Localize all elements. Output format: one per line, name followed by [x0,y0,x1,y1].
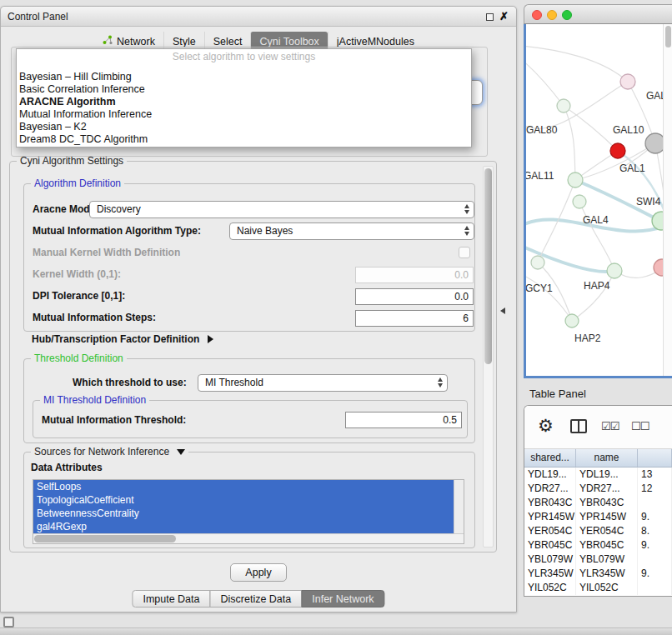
column-header-2[interactable] [638,449,672,467]
splitter-collapse-icon[interactable] [500,308,505,314]
node-red[interactable] [610,143,625,158]
network-edge[interactable] [526,274,572,321]
table-cell: YBR043C [524,496,576,510]
table-cell: 9. [638,567,672,581]
bottom-tab-impute-data[interactable]: Impute Data [132,590,210,608]
node-gcy1[interactable] [531,256,544,269]
attributes-horizontal-scrollbar[interactable] [33,533,464,543]
network-canvas[interactable]: GALGAL80GAL10GAL11GAL1SWI4GAL4GCY1HAP4HA… [524,24,672,378]
attribute-item-gal4rgexp[interactable]: gal4RGexp [33,520,454,533]
node-gal10[interactable] [645,133,663,153]
table-cell: YPR145W [524,510,576,524]
scrollbar-thumb[interactable] [484,168,492,364]
column-header-shared[interactable]: shared... [524,449,576,467]
attribute-item-betweennesscentrality[interactable]: BetweennessCentrality [33,507,454,520]
table-row[interactable]: YDL19...YDL19...13 [524,468,672,482]
sources-group-toggle[interactable]: Sources for Network Inference [31,446,188,458]
mi-type-label: Mutual Information Algorithm Type: [33,222,201,240]
scrollbar-thumb[interactable] [665,26,671,48]
dpi-tolerance-field[interactable]: 0.0 [355,288,474,305]
table-row[interactable]: YBR043CYBR043C [524,496,672,510]
table-row[interactable]: YIL052CYIL052C [524,581,672,595]
node-swi4[interactable] [652,212,663,230]
node-gal11[interactable] [568,172,583,188]
attributes-vertical-scrollbar[interactable] [454,480,464,535]
node-label-hap2: HAP2 [574,332,601,344]
apply-button[interactable]: Apply [230,563,287,582]
combo-arrows-icon [464,204,469,214]
close-icon[interactable]: ✗ [499,10,509,22]
node-gal80[interactable] [557,99,570,112]
algorithm-option-basic-correlation-inference[interactable]: Basic Correlation Inference [17,83,471,96]
table-cell: YBR045C [576,538,638,552]
attribute-item-topologicalcoefficient[interactable]: TopologicalCoefficient [33,493,454,507]
mi-steps-field[interactable]: 6 [355,310,474,327]
table-cell: YPR145W [576,510,638,524]
scrollbar-thumb[interactable] [34,535,176,542]
network-graph[interactable]: GALGAL80GAL10GAL11GAL1SWI4GAL4GCY1HAP4HA… [526,24,663,376]
column-header-name[interactable]: name [576,449,638,467]
table-cell: YBR043C [576,496,638,510]
node-label-gal10: GAL10 [613,124,644,136]
node-hap2[interactable] [565,314,579,328]
node-label-swi4: SWI4 [636,196,661,208]
table-cell: YIL052C [524,581,576,595]
table-row[interactable]: YBL079WYBL079W [524,552,672,567]
close-traffic-light[interactable] [532,10,542,20]
hub-section-toggle[interactable]: Hub/Transcription Factor Definition [32,333,213,345]
aracne-mode-select[interactable]: Discovery [89,201,474,218]
table-cell [638,581,672,595]
network-edge[interactable] [572,271,614,321]
mi-type-select[interactable]: Naive Bayes [229,222,474,240]
minimize-traffic-light[interactable] [547,10,557,20]
column-selector-icon[interactable] [570,419,587,433]
attribute-item-selfloops[interactable]: SelfLoops [33,480,454,493]
network-edge[interactable] [579,202,614,271]
zoom-traffic-light[interactable] [562,10,572,20]
table-cell: 8. [638,524,672,538]
which-threshold-select[interactable]: MI Threshold [198,374,448,392]
node-gal4[interactable] [573,195,586,208]
table-row[interactable]: YLR345WYLR345W9. [524,567,672,581]
network-view-window: GALGAL80GAL10GAL11GAL1SWI4GAL4GCY1HAP4HA… [524,4,672,378]
bottom-tab-infer-network[interactable]: Infer Network [301,590,384,608]
gear-icon[interactable]: ⚙ [538,416,554,436]
algorithm-option-aracne-algorithm[interactable]: ARACNE Algorithm [17,96,471,108]
expand-right-icon [208,335,213,343]
data-attributes-label: Data Attributes [31,459,103,477]
table-panel-window: ⚙ ☑☑ ☐☐ shared...name YDL19...YDL19...13… [524,405,672,597]
bottom-tab-discretize-data[interactable]: Discretize Data [210,590,303,608]
data-attributes-list[interactable]: SelfLoopsTopologicalCoefficientBetweenne… [33,479,464,544]
table-row[interactable]: YDR27...YDR27...12 [524,482,672,496]
deselect-all-icon[interactable]: ☐☐ [631,420,649,432]
network-edge[interactable] [526,59,564,106]
node-label-gal: GAL [646,90,663,102]
dpi-tolerance-label: DPI Tolerance [0,1]: [33,288,125,305]
algorithm-option-bayesian-k2[interactable]: Bayesian – K2 [17,121,471,133]
algorithm-option-dream8-dc-tdc-algorithm[interactable]: Dream8 DC_TDC Algorithm [17,133,471,146]
node-label-gal1: GAL1 [619,162,645,174]
select-all-icon[interactable]: ☑☑ [601,420,619,432]
mi-threshold-field[interactable]: 0.5 [345,412,462,428]
network-scrollbar[interactable] [663,24,672,376]
table-cell: YIL052C [576,581,638,595]
node-pink-top[interactable] [620,74,635,89]
algorithm-option-bayesian-hill-climbing[interactable]: Bayesian – Hill Climbing [17,71,471,83]
table-row[interactable]: YBR045CYBR045C9. [524,538,672,552]
settings-scrollbar[interactable] [483,166,494,548]
settings-group-title: Cyni Algorithm Settings [17,155,127,167]
control-panel-window: Control Panel ✗ NetworkStyleSelectCyni T… [0,6,517,612]
network-edge[interactable] [526,46,628,82]
mi-threshold-label: Mutual Information Threshold: [42,412,186,429]
collapse-down-icon [177,449,185,455]
network-edge[interactable] [526,82,628,128]
kernel-width-label: Kernel Width (0,1): [33,266,121,283]
table-row[interactable]: YER054CYER054C8. [524,524,672,538]
table-cell [638,552,672,567]
table-row[interactable]: YPR145WYPR145W9. [524,510,672,524]
restore-panel-icon[interactable] [3,617,14,628]
algorithm-option-mutual-information-inference[interactable]: Mutual Information Inference [17,108,471,121]
node-mid[interactable] [607,263,622,278]
threshold-definition-title: Threshold Definition [31,352,127,364]
float-window-icon[interactable] [486,13,494,21]
